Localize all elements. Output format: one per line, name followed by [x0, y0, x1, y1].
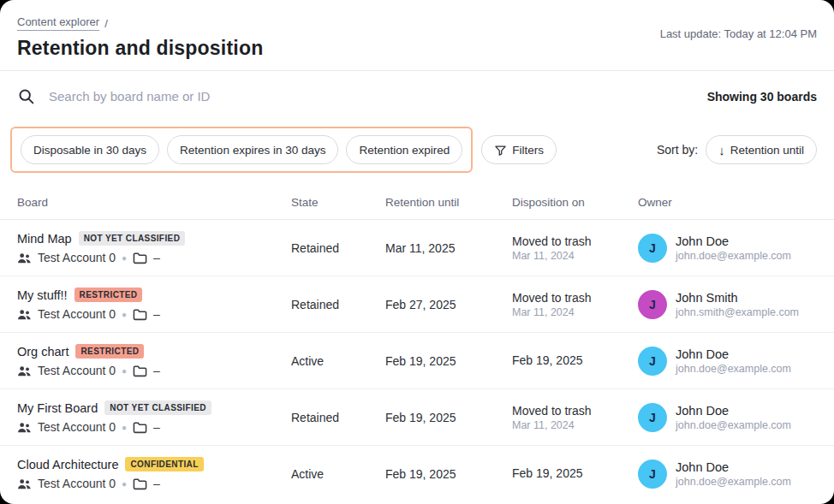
filter-funnel-icon	[494, 144, 507, 157]
page-header: Content explorer / Retention and disposi…	[0, 0, 834, 71]
classification-badge: RESTRICTED	[74, 288, 143, 302]
state-value: Retained	[291, 241, 385, 255]
owner-email: john.doe@example.com	[676, 363, 791, 375]
board-name[interactable]: Org chart	[17, 345, 69, 359]
disposition-date: Mar 11, 2024	[512, 419, 638, 431]
owner-name: John Doe	[676, 404, 791, 418]
board-cell: Mind Map NOT YET CLASSIFIED Test Account…	[17, 231, 291, 264]
table-row[interactable]: My stuff!! RESTRICTED Test Account 0 ●	[0, 276, 834, 333]
column-header-retention-until[interactable]: Retention until	[385, 196, 512, 209]
disposition-date: Mar 11, 2024	[512, 306, 638, 318]
filter-toolbar: Disposable in 30 daysRetention expires i…	[0, 122, 834, 185]
sort-control: Sort by: ↓ Retention until	[657, 135, 817, 164]
avatar: J	[638, 347, 667, 376]
retention-until-value: Feb 27, 2025	[385, 298, 512, 311]
owner-cell: J John Doe john.doe@example.com	[638, 234, 817, 263]
team-name: Test Account 0	[38, 477, 116, 490]
project-value: –	[153, 420, 160, 434]
column-header-disposition-on[interactable]: Disposition on	[512, 196, 638, 209]
project-value: –	[153, 364, 160, 377]
folder-icon	[133, 308, 147, 321]
owner-email: john.doe@example.com	[676, 250, 791, 262]
retention-until-value: Feb 19, 2025	[385, 354, 512, 368]
avatar: J	[638, 460, 667, 489]
table-row[interactable]: Mind Map NOT YET CLASSIFIED Test Account…	[0, 220, 834, 276]
owner-cell: J John Doe john.doe@example.com	[638, 347, 817, 376]
sort-button[interactable]: ↓ Retention until	[706, 135, 817, 164]
column-header-owner[interactable]: Owner	[638, 196, 817, 209]
owner-name: John Doe	[676, 234, 791, 248]
breadcrumb-link-content-explorer[interactable]: Content explorer	[17, 15, 99, 31]
team-name: Test Account 0	[38, 364, 116, 377]
quick-filter-group: Disposable in 30 daysRetention expires i…	[10, 127, 473, 173]
sort-value-label: Retention until	[730, 144, 804, 157]
classification-badge: NOT YET CLASSIFIED	[104, 400, 211, 415]
board-name[interactable]: My First Board	[17, 401, 98, 415]
results-count: Showing 30 boards	[707, 90, 817, 104]
classification-badge: CONFIDENTIAL	[125, 457, 203, 471]
disposition-value: Moved to trash	[512, 291, 638, 305]
project-value: –	[153, 251, 160, 264]
board-name[interactable]: Cloud Architecture	[17, 458, 118, 471]
arrow-down-icon: ↓	[718, 144, 725, 157]
team-icon	[17, 252, 32, 264]
dot-separator-icon: ●	[122, 479, 127, 489]
filters-button[interactable]: Filters	[481, 135, 557, 164]
team-icon	[17, 365, 32, 377]
breadcrumb: Content explorer /	[17, 15, 263, 31]
last-update-text: Last update: Today at 12:04 PM	[660, 27, 817, 40]
board-cell: My First Board NOT YET CLASSIFIED Test A…	[17, 400, 291, 434]
disposition-cell: Moved to trash Mar 11, 2024	[512, 404, 638, 431]
disposition-cell: Feb 19, 2025	[512, 466, 638, 482]
owner-cell: J John Doe john.doe@example.com	[638, 403, 817, 432]
project-value: –	[153, 477, 160, 490]
classification-badge: RESTRICTED	[75, 344, 144, 359]
folder-icon	[133, 252, 147, 264]
avatar: J	[638, 234, 667, 263]
sort-by-label: Sort by:	[657, 143, 698, 157]
board-cell: My stuff!! RESTRICTED Test Account 0 ●	[17, 288, 291, 321]
owner-cell: J John Smith john.smith@example.com	[638, 290, 817, 319]
owner-email: john.doe@example.com	[676, 476, 791, 488]
project-value: –	[153, 307, 160, 321]
breadcrumb-separator: /	[104, 17, 108, 30]
search-input[interactable]	[47, 88, 695, 104]
owner-email: john.smith@example.com	[676, 306, 799, 318]
dot-separator-icon: ●	[122, 310, 127, 319]
owner-name: John Doe	[676, 460, 791, 474]
team-name: Test Account 0	[38, 420, 116, 434]
folder-icon	[133, 365, 147, 377]
state-value: Active	[291, 467, 385, 481]
disposition-value: Moved to trash	[512, 234, 638, 248]
team-name: Test Account 0	[38, 307, 116, 321]
avatar: J	[638, 403, 667, 432]
dot-separator-icon: ●	[122, 366, 127, 376]
column-header-state[interactable]: State	[291, 196, 385, 209]
page-title: Retention and disposition	[17, 37, 263, 60]
toolbar-left: Disposable in 30 daysRetention expires i…	[10, 127, 557, 173]
disposition-value: Feb 19, 2025	[512, 353, 638, 367]
board-name[interactable]: My stuff!!	[17, 288, 68, 302]
state-value: Retained	[291, 411, 385, 424]
search-icon	[17, 87, 35, 105]
quick-filter-chip[interactable]: Retention expired	[346, 135, 462, 164]
table-row[interactable]: Cloud Architecture CONFIDENTIAL Test Acc…	[0, 446, 834, 501]
owner-email: john.doe@example.com	[676, 419, 791, 431]
column-header-board[interactable]: Board	[17, 196, 291, 209]
retention-until-value: Feb 19, 2025	[385, 467, 512, 481]
disposition-value: Moved to trash	[512, 404, 638, 418]
disposition-cell: Moved to trash Mar 11, 2024	[512, 234, 638, 262]
disposition-date: Mar 11, 2024	[512, 250, 638, 262]
board-name[interactable]: Mind Map	[17, 232, 72, 246]
state-value: Active	[291, 354, 385, 368]
disposition-cell: Moved to trash Mar 11, 2024	[512, 291, 638, 318]
retention-until-value: Mar 11, 2025	[385, 241, 512, 255]
owner-cell: J John Doe john.doe@example.com	[638, 460, 817, 489]
table-row[interactable]: My First Board NOT YET CLASSIFIED Test A…	[0, 389, 834, 446]
table-body: Mind Map NOT YET CLASSIFIED Test Account…	[0, 220, 834, 501]
quick-filter-chip[interactable]: Disposable in 30 days	[21, 135, 159, 164]
retention-until-value: Feb 19, 2025	[385, 411, 512, 424]
quick-filter-chip[interactable]: Retention expires in 30 days	[167, 135, 338, 164]
owner-name: John Doe	[676, 347, 791, 361]
table-row[interactable]: Org chart RESTRICTED Test Account 0 ●	[0, 333, 834, 389]
